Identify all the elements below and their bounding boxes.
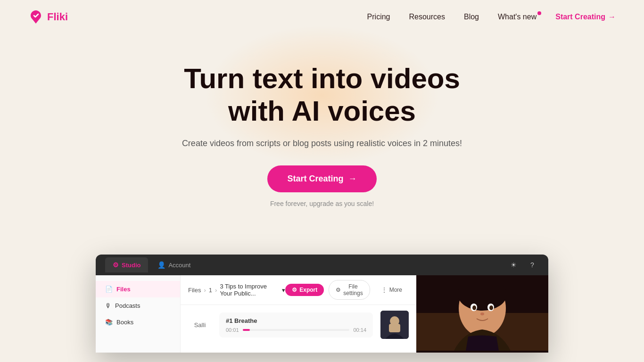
scene-content[interactable]: #1 Breathe 00:01 00:14 <box>219 313 373 337</box>
scene-area: Salli #1 Breathe 00:01 00:14 <box>181 305 416 345</box>
settings-icon: ⚙ <box>336 287 341 293</box>
nav-whats-new[interactable]: What's new <box>498 13 537 21</box>
file-settings-button[interactable]: ⚙ File settings <box>329 280 370 300</box>
export-icon: ⚙ <box>292 287 297 293</box>
svg-rect-2 <box>389 324 400 332</box>
main-nav: Pricing Resources Blog What's new Start … <box>367 13 616 21</box>
hero-section: Turn text into videos with AI voices Cre… <box>0 34 644 236</box>
timeline-start: 00:01 <box>226 327 239 333</box>
tab-account[interactable]: 👤 Account <box>150 257 198 272</box>
app-sidebar: 📄 Files 🎙 Podcasts 📚 Books <box>96 275 181 353</box>
breadcrumb-sep2: › <box>215 287 217 294</box>
studio-icon: ⚙ <box>113 261 119 269</box>
logo-text: Fliki <box>47 11 68 23</box>
nav-pricing[interactable]: Pricing <box>367 13 390 21</box>
app-actions: ⚙ Export ⚙ File settings ⋮ More <box>285 280 409 300</box>
scene-timeline: 00:01 00:14 <box>226 327 366 333</box>
preview-face-svg <box>416 275 548 351</box>
breadcrumb-sep1: › <box>204 287 206 294</box>
whats-new-wrapper: What's new <box>498 13 537 21</box>
hero-content: Turn text into videos with AI voices Cre… <box>182 62 462 207</box>
account-icon: 👤 <box>157 261 165 269</box>
sidebar-item-files[interactable]: 📄 Files <box>96 281 180 297</box>
breadcrumb-bar: Files › 1 › 3 Tips to Improve Your Publi… <box>181 275 416 305</box>
svg-point-6 <box>458 278 507 311</box>
tab-studio[interactable]: ⚙ Studio <box>105 257 148 272</box>
fliki-logo-icon <box>28 9 43 25</box>
help-icon[interactable]: ? <box>526 258 539 272</box>
podcasts-icon: 🎙 <box>105 302 111 309</box>
brightness-icon[interactable]: ☀ <box>507 258 520 272</box>
breadcrumb: Files › 1 › 3 Tips to Improve Your Publi… <box>188 283 285 297</box>
nav-blog[interactable]: Blog <box>464 13 479 21</box>
app-window: ⚙ Studio 👤 Account ☀ ? 📄 Files <box>96 255 548 353</box>
timeline-end: 00:14 <box>353 327 366 333</box>
svg-point-11 <box>480 313 484 315</box>
header: Fliki Pricing Resources Blog What's new … <box>0 0 644 34</box>
nav-resources[interactable]: Resources <box>409 13 445 21</box>
scene-thumbnail <box>380 311 409 339</box>
new-dot-indicator <box>537 11 541 15</box>
timeline-progress <box>243 329 250 331</box>
svg-point-10 <box>489 305 493 310</box>
breadcrumb-current: 3 Tips to Improve Your Public... ▾ <box>220 283 285 297</box>
hero-subtitle: Create videos from scripts or blog posts… <box>182 139 462 148</box>
app-body: 📄 Files 🎙 Podcasts 📚 Books Files <box>96 275 548 353</box>
thumbnail-svg <box>380 311 409 339</box>
preview-pane <box>416 275 548 353</box>
sidebar-item-podcasts[interactable]: 🎙 Podcasts <box>96 297 180 314</box>
hero-cta-button[interactable]: Start Creating → <box>267 165 376 192</box>
more-icon: ⋮ <box>381 287 387 293</box>
nav-cta-button[interactable]: Start Creating → <box>555 13 616 21</box>
app-main: Files › 1 › 3 Tips to Improve Your Publi… <box>181 275 416 353</box>
app-topbar: ⚙ Studio 👤 Account ☀ ? <box>96 255 548 275</box>
scene-label: #1 Breathe <box>226 317 366 324</box>
sidebar-item-books[interactable]: 📚 Books <box>96 314 180 330</box>
export-button[interactable]: ⚙ Export <box>285 284 324 296</box>
app-preview: ⚙ Studio 👤 Account ☀ ? 📄 Files <box>0 255 644 353</box>
app-topbar-right: ☀ ? <box>507 258 539 272</box>
app-topbar-left: ⚙ Studio 👤 Account <box>105 257 198 272</box>
logo[interactable]: Fliki <box>28 9 68 25</box>
hero-free-text: Free forever, upgrade as you scale! <box>182 200 462 207</box>
scene-speaker: Salli <box>188 321 212 329</box>
svg-point-9 <box>472 305 476 310</box>
books-icon: 📚 <box>105 319 113 326</box>
timeline-bar <box>243 329 350 331</box>
more-button[interactable]: ⋮ More <box>375 284 409 296</box>
hero-title: Turn text into videos with AI voices <box>182 62 462 127</box>
files-icon: 📄 <box>105 286 113 293</box>
